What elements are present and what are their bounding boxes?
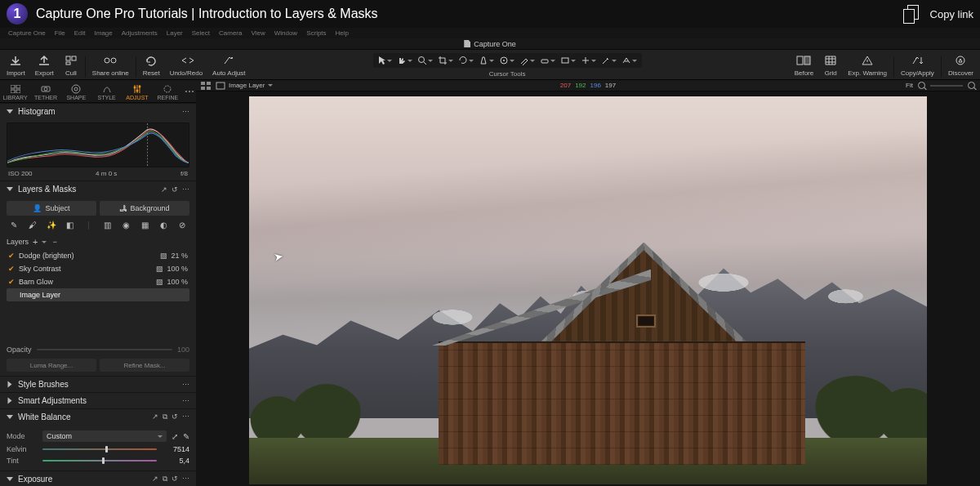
grid-button[interactable]: Grid	[823, 53, 838, 77]
histogram-header[interactable]: Histogram ⋯	[0, 103, 196, 119]
cursor-brush-tool[interactable]	[519, 56, 535, 65]
reset-icon[interactable]: ↺	[172, 412, 178, 421]
more-icon[interactable]: ⋯	[182, 185, 189, 194]
reset-button[interactable]: Reset	[143, 53, 160, 77]
check-icon[interactable]: ✔	[8, 278, 15, 286]
exposure-warning-button[interactable]: Exp. Warning	[848, 53, 887, 77]
layer-row[interactable]: Image Layer	[7, 288, 189, 301]
import-button[interactable]: Import	[7, 53, 25, 77]
tab-refine[interactable]: REFINE	[153, 82, 183, 100]
menu-item[interactable]: File	[55, 29, 65, 37]
layer-row[interactable]: ✔ Sky Contrast ▧100 %	[7, 262, 189, 275]
luma-range-button[interactable]: Luma Range...	[7, 359, 96, 372]
tint-slider[interactable]	[42, 460, 157, 461]
copy-icon[interactable]: ⧉	[163, 412, 167, 421]
more-icon[interactable]: ⋯	[182, 108, 189, 116]
wb-mode-select[interactable]: Custom	[42, 430, 167, 442]
share-online-button[interactable]: Share online	[92, 53, 129, 77]
cursor-spot-tool[interactable]	[499, 56, 514, 65]
menu-item[interactable]: Capture One	[8, 29, 46, 37]
tool-icon[interactable]: ↗	[161, 185, 167, 194]
opacity-slider[interactable]	[37, 349, 172, 350]
menu-item[interactable]: Layer	[167, 29, 183, 37]
cursor-erase-tool[interactable]	[540, 56, 555, 65]
cursor-hand-tool[interactable]	[397, 56, 412, 65]
discover-button[interactable]: Discover	[948, 53, 973, 77]
exposure-header[interactable]: Exposure ↗⧉↺⋯	[0, 470, 196, 486]
fill-mask-icon[interactable]: ▦	[139, 221, 150, 230]
style-brushes-header[interactable]: Style Brushes ⋯	[0, 376, 196, 392]
thumbnails-grid-icon[interactable]	[201, 82, 211, 90]
picker-icon[interactable]: ✎	[183, 432, 189, 441]
magic-brush-icon[interactable]: ✨	[46, 221, 57, 230]
tab-shape[interactable]: SHAPE	[61, 82, 91, 100]
auto-adjust-button[interactable]: Auto Adjust	[212, 53, 245, 77]
more-icon[interactable]: ⋯	[182, 397, 189, 405]
layers-masks-header[interactable]: Layers & Masks ↗ ↺ ⋯	[0, 181, 196, 197]
radial-gradient-icon[interactable]: ◉	[120, 221, 131, 230]
more-icon[interactable]: ⋯	[182, 475, 189, 484]
invert-mask-icon[interactable]: ◐	[158, 221, 169, 230]
delete-layer-icon[interactable]: −	[52, 238, 56, 246]
add-layer-icon[interactable]: +	[33, 237, 38, 247]
more-icon[interactable]: ⋯	[182, 381, 189, 389]
tool-icon[interactable]: ↗	[152, 412, 158, 421]
more-icon[interactable]: ⋯	[182, 412, 189, 421]
cursor-picker-tool[interactable]	[601, 56, 617, 65]
check-icon[interactable]: ✔	[8, 252, 15, 260]
undo-redo-button[interactable]: Undo/Redo	[170, 53, 203, 77]
cursor-keystone-tool[interactable]	[479, 56, 494, 65]
eyedropper-icon[interactable]: ⤢	[172, 432, 178, 441]
menu-item[interactable]: Select	[192, 29, 210, 37]
tool-icon[interactable]: ↗	[152, 475, 158, 484]
picker-tool-icon[interactable]: ✎	[8, 221, 20, 230]
copy-apply-button[interactable]: Copy/Apply	[901, 53, 934, 77]
menu-item[interactable]: View	[251, 29, 265, 37]
brush-tool-icon[interactable]: 🖌	[27, 221, 38, 230]
zoom-fit-button[interactable]: Fit	[906, 82, 913, 89]
menu-item[interactable]: Window	[274, 29, 297, 37]
reset-icon[interactable]: ↺	[172, 185, 178, 194]
copy-link-label[interactable]: Copy link	[930, 8, 973, 20]
layer-row[interactable]: ✔ Barn Glow ▧100 %	[7, 275, 189, 288]
tab-tether[interactable]: TETHER	[30, 82, 60, 100]
check-icon[interactable]: ✔	[8, 265, 15, 273]
linear-gradient-icon[interactable]: ▥	[101, 221, 113, 230]
tab-library[interactable]: LIBRARY	[0, 82, 30, 100]
tab-adjust[interactable]: ADJUST	[122, 82, 152, 100]
clear-mask-icon[interactable]: ⊘	[176, 221, 188, 230]
cursor-loupe-tool[interactable]	[417, 56, 433, 65]
cursor-gradient-tool[interactable]	[560, 56, 576, 65]
before-after-button[interactable]: Before	[795, 53, 814, 77]
menu-item[interactable]: Adjustments	[122, 29, 158, 37]
tab-style[interactable]: STYLE	[91, 82, 122, 100]
kelvin-slider[interactable]	[42, 448, 157, 450]
layer-row[interactable]: ✔ Dodge (brighten) ▧21 %	[7, 249, 189, 262]
cursor-annotation-tool[interactable]	[621, 56, 637, 65]
refine-mask-button[interactable]: Refine Mask...	[100, 359, 189, 372]
cursor-pointer-tool[interactable]	[378, 56, 392, 65]
cursor-crop-tool[interactable]	[438, 56, 453, 65]
reset-icon[interactable]: ↺	[172, 475, 178, 484]
menu-item[interactable]: Image	[95, 29, 113, 37]
smart-adjustments-header[interactable]: Smart Adjustments ⋯	[0, 392, 196, 408]
zoom-slider[interactable]	[930, 85, 963, 87]
cursor-rotate-tool[interactable]	[458, 56, 474, 65]
menu-item[interactable]: Edit	[74, 29, 86, 37]
white-balance-header[interactable]: White Balance ↗⧉↺⋯	[0, 408, 196, 425]
menu-item[interactable]: Scripts	[306, 29, 326, 37]
cursor-heal-tool[interactable]	[581, 56, 596, 65]
zoom-icon[interactable]	[918, 82, 925, 89]
export-button[interactable]: Export	[35, 53, 54, 77]
copy-icon[interactable]: ⧉	[163, 475, 167, 484]
copy-link-icon[interactable]	[904, 5, 919, 23]
menu-item[interactable]: Help	[336, 29, 349, 37]
zoom-icon[interactable]	[968, 82, 975, 89]
subject-mask-button[interactable]: 👤Subject	[7, 201, 96, 216]
erase-tool-icon[interactable]: ◧	[65, 221, 76, 230]
menu-item[interactable]: Camera	[219, 29, 242, 37]
cull-button[interactable]: Cull	[64, 53, 78, 77]
image-viewer[interactable]: ➤	[196, 91, 980, 486]
background-mask-button[interactable]: 🏞Background	[100, 201, 189, 216]
tabs-more-icon[interactable]: ⋯	[183, 86, 196, 97]
